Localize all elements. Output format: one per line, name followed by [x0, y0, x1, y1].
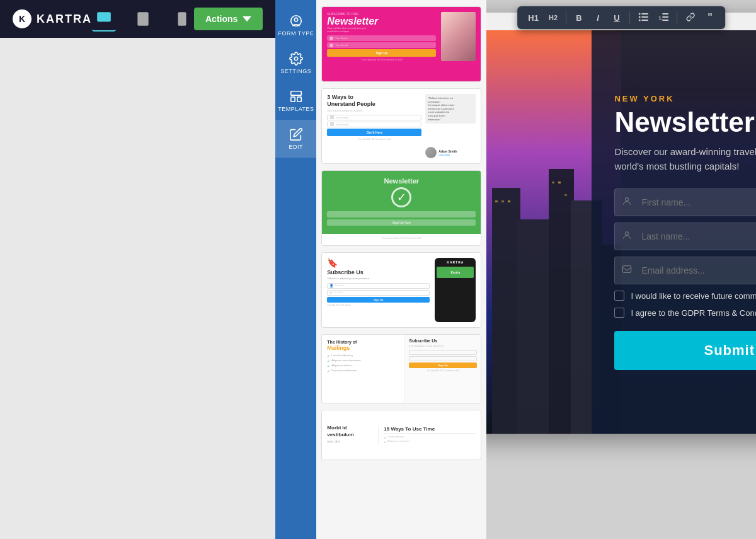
svg-rect-34: [549, 169, 574, 434]
submit-button[interactable]: Submit: [614, 331, 756, 370]
svg-rect-58: [623, 266, 631, 273]
svg-rect-21: [662, 16, 668, 18]
toolbar-quote-button[interactable]: ": [702, 10, 718, 25]
desktop-device-button[interactable]: [92, 6, 116, 32]
actions-button[interactable]: Actions: [194, 8, 263, 30]
svg-rect-18: [641, 20, 648, 21]
logo-text: KARTRA: [37, 13, 92, 26]
svg-rect-3: [137, 12, 148, 26]
sidebar-item-templates[interactable]: TEMPLATES: [275, 82, 316, 120]
svg-rect-10: [291, 91, 302, 95]
template-card-5[interactable]: The History of Mailings ✓LobortIs adipis…: [321, 334, 481, 403]
sidebar-item-settings[interactable]: SETTINGS: [275, 44, 316, 82]
template-card-1[interactable]: SUBSCRIBE TO OUR Newsletter Vitae at bib…: [321, 6, 481, 82]
toolbar-ordered-list-button[interactable]: 1.: [655, 11, 672, 25]
toolbar-link-button[interactable]: [682, 11, 699, 25]
svg-rect-22: [662, 20, 668, 21]
svg-point-8: [294, 18, 298, 21]
mobile-device-button[interactable]: [170, 7, 194, 31]
newsletter-title: Newsletter: [614, 108, 756, 136]
toolbar-bold-button[interactable]: B: [571, 11, 587, 25]
gdpr-checkbox[interactable]: [614, 308, 624, 318]
browser-frame: H1 H2 B I U 1. ": [486, 13, 756, 434]
last-name-input[interactable]: [614, 223, 756, 250]
template-card-4[interactable]: 🔖 Subscribe Us Vehicula a adipiscing soc…: [321, 252, 481, 328]
first-name-wrapper: [614, 188, 756, 216]
svg-point-4: [142, 22, 144, 23]
svg-text:1.: 1.: [658, 15, 663, 21]
last-name-wrapper: [614, 223, 756, 250]
toolbar-h2-button[interactable]: H2: [546, 12, 561, 23]
svg-point-15: [639, 16, 641, 18]
svg-rect-48: [552, 182, 554, 183]
topbar: K KARTRA Actions: [0, 0, 275, 38]
toolbar-divider-2: [629, 11, 630, 24]
person-icon-first: [622, 196, 632, 209]
svg-point-17: [639, 19, 641, 21]
city-label: NEW YORK: [614, 94, 756, 103]
svg-rect-20: [662, 13, 668, 14]
communications-checkbox-row: I would like to receive future communica…: [614, 291, 756, 301]
email-wrapper: *: [614, 257, 756, 284]
page-content: NEW YORK Newsletter Discover our award-w…: [486, 30, 756, 434]
toolbar-unordered-list-button[interactable]: [635, 11, 651, 25]
svg-rect-14: [641, 13, 648, 14]
tablet-device-button[interactable]: [131, 7, 155, 31]
svg-point-56: [626, 198, 629, 201]
svg-rect-5: [178, 12, 186, 26]
communications-checkbox[interactable]: [614, 291, 624, 301]
toolbar-divider-3: [677, 11, 677, 24]
template-panel: SUBSCRIBE TO OUR Newsletter Vitae at bib…: [316, 0, 486, 539]
svg-point-9: [294, 57, 298, 61]
svg-rect-46: [501, 200, 504, 202]
template-card-6[interactable]: Morbi idvestibulumnon dui 15 Ways To Use…: [321, 410, 481, 460]
first-name-input[interactable]: [614, 188, 756, 216]
email-icon: [622, 264, 632, 277]
preview-area: H1 H2 B I U 1. ": [486, 0, 756, 539]
gdpr-checkbox-row: I agree to the GDPR Terms & Conditions i: [614, 307, 756, 318]
svg-rect-47: [508, 200, 510, 202]
communications-label: I would like to receive future communica…: [631, 291, 756, 301]
sidebar-item-form-type[interactable]: FORM TYPE: [275, 6, 316, 44]
svg-point-13: [639, 13, 641, 14]
email-input[interactable]: [614, 257, 756, 284]
svg-rect-45: [495, 200, 498, 202]
toolbar-underline-button[interactable]: U: [609, 11, 624, 25]
person-icon-last: [622, 230, 632, 243]
svg-rect-12: [297, 97, 301, 101]
svg-rect-32: [492, 188, 520, 434]
form-side: NEW YORK Newsletter Discover our award-w…: [592, 30, 756, 434]
logo-icon: K: [13, 9, 32, 28]
sidebar-item-edit[interactable]: EDIT: [275, 120, 316, 158]
logo: K KARTRA: [13, 9, 92, 28]
template-card-2[interactable]: 3 Ways toUnerstand People Sem lobortis i…: [321, 88, 481, 164]
gdpr-label: I agree to the GDPR Terms & Conditions: [631, 308, 756, 318]
svg-point-57: [626, 232, 629, 235]
text-formatting-toolbar: H1 H2 B I U 1. ": [517, 6, 725, 29]
toolbar-divider-1: [566, 11, 566, 24]
toolbar-h1-button[interactable]: H1: [525, 11, 542, 25]
svg-point-6: [181, 22, 183, 23]
content-area: FORM TYPE SETTINGS TEMPLATES EDIT SUBSCR…: [275, 0, 756, 539]
svg-rect-50: [564, 194, 567, 196]
svg-rect-0: [97, 12, 111, 21]
newsletter-description: Discover our award-winning travel guides…: [614, 145, 756, 173]
template-card-3[interactable]: Newsletter ✓ Sign Up Now Your data will …: [321, 170, 481, 246]
svg-rect-49: [558, 182, 561, 183]
svg-rect-16: [641, 16, 648, 18]
svg-rect-11: [291, 97, 295, 101]
device-switcher: [92, 6, 194, 32]
sidebar: FORM TYPE SETTINGS TEMPLATES EDIT: [275, 0, 316, 539]
toolbar-italic-button[interactable]: I: [590, 11, 605, 25]
svg-rect-33: [517, 219, 552, 434]
